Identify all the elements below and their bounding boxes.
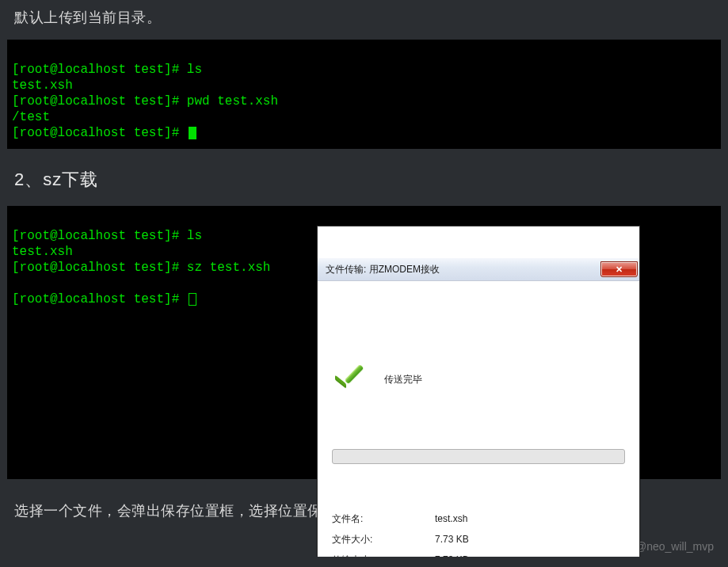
term2-line1: [root@localhost test]# ls [12,229,202,243]
dialog-title: 文件传输: 用ZMODEM接收 [326,261,600,277]
term2-line5: [root@localhost test]# [12,292,196,306]
term1-line1: [root@localhost test]# ls [12,63,202,77]
term2-line2: test.xsh [12,245,73,259]
cursor-icon [189,293,196,306]
file-transfer-dialog: 文件传输: 用ZMODEM接收 ✕ 传送完毕 文件名: test.xsh [317,226,640,557]
xfersize-value: 7.73 KB [435,550,625,557]
term1-line3: [root@localhost test]# pwd test.xsh [12,94,278,108]
filename-label: 文件名: [332,508,435,529]
table-row: 文件大小: 7.73 KB [332,529,625,550]
term2-line3: [root@localhost test]# sz test.xsh [12,261,270,275]
terminal-block-2: [root@localhost test]# ls test.xsh [root… [7,206,721,479]
term1-line2: test.xsh [12,78,73,93]
table-row: 文件名: test.xsh [332,508,625,529]
table-row: 传输大小: 7.73 KB [332,550,625,557]
info-table: 文件名: test.xsh 文件大小: 7.73 KB 传输大小: 7.73 K… [332,508,625,557]
filesize-label: 文件大小: [332,529,435,550]
checkmark-icon [335,365,364,394]
close-icon[interactable]: ✕ [600,261,638,277]
terminal-block-1: [root@localhost test]# ls test.xsh [root… [7,40,721,149]
intro-paragraph: 默认上传到当前目录。 [14,8,714,27]
xfersize-label: 传输大小: [332,550,435,557]
filesize-value: 7.73 KB [435,529,625,550]
term1-line5: [root@localhost test]# [12,126,196,140]
section-heading: 2、sz下载 [14,168,714,192]
filename-value: test.xsh [435,508,625,529]
dialog-titlebar[interactable]: 文件传输: 用ZMODEM接收 ✕ [318,258,639,281]
progress-bar [332,449,625,464]
cursor-icon [189,127,196,139]
term1-line4: /test [12,110,50,124]
status-text: 传送完毕 [384,371,422,387]
